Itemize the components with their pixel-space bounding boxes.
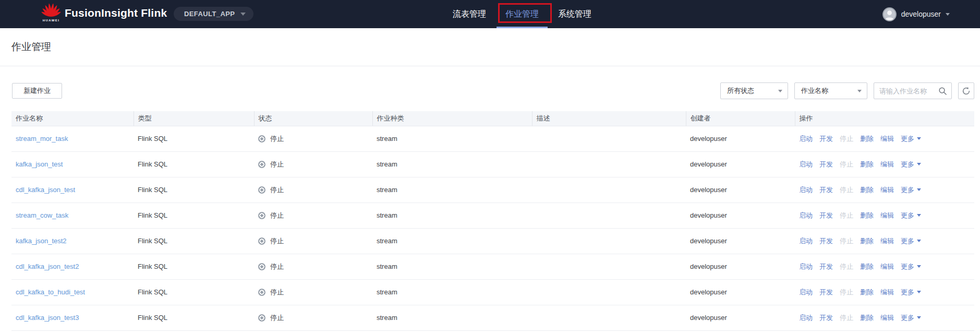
nav-item-system-mgmt[interactable]: 系统管理	[558, 0, 591, 28]
job-type: Flink SQL	[138, 135, 167, 142]
job-name-link[interactable]: stream_mor_task	[16, 135, 68, 142]
chevron-down-icon	[917, 188, 921, 191]
page-header: 作业管理	[0, 28, 980, 66]
edit-action[interactable]: 编辑	[880, 134, 894, 144]
more-action[interactable]: 更多	[901, 262, 921, 271]
job-creator: developuser	[690, 263, 727, 270]
edit-action[interactable]: 编辑	[880, 160, 894, 169]
develop-action[interactable]: 开发	[819, 313, 833, 323]
col-header-description: 描述	[532, 111, 686, 126]
more-action[interactable]: 更多	[901, 211, 921, 220]
delete-action[interactable]: 删除	[860, 236, 874, 246]
search-field-select[interactable]: 作业名称	[794, 82, 867, 99]
table-row: cdl_kafka_json_test3 Flink SQL 停止 stream…	[11, 305, 974, 330]
start-action[interactable]: 启动	[799, 211, 813, 220]
develop-action[interactable]: 开发	[819, 211, 833, 220]
develop-action[interactable]: 开发	[819, 185, 833, 195]
status-filter-select[interactable]: 所有状态	[720, 82, 788, 99]
filter-bar: 所有状态 作业名称	[720, 82, 974, 99]
develop-action[interactable]: 开发	[819, 134, 833, 144]
start-action[interactable]: 启动	[799, 288, 813, 297]
edit-action[interactable]: 编辑	[880, 211, 894, 220]
job-name-link[interactable]: kafka_json_test2	[16, 237, 67, 245]
job-type: Flink SQL	[138, 186, 167, 194]
delete-action[interactable]: 删除	[860, 134, 874, 144]
delete-action[interactable]: 删除	[860, 313, 874, 323]
delete-action[interactable]: 删除	[860, 288, 874, 297]
job-creator: developuser	[690, 211, 727, 219]
job-name-link[interactable]: cdl_kafka_json_test2	[16, 263, 79, 270]
job-type: Flink SQL	[138, 160, 167, 168]
status-label: 停止	[270, 211, 284, 220]
job-table-header: 作业名称 类型 状态 作业种类 描述 创建者 操作	[11, 111, 974, 126]
more-action-label: 更多	[901, 236, 914, 246]
delete-action[interactable]: 删除	[860, 185, 874, 195]
start-action[interactable]: 启动	[799, 160, 813, 169]
search-icon[interactable]	[938, 87, 947, 96]
more-action-label: 更多	[901, 313, 914, 323]
more-action[interactable]: 更多	[901, 288, 921, 297]
delete-action[interactable]: 删除	[860, 160, 874, 169]
start-action[interactable]: 启动	[799, 134, 813, 144]
start-action[interactable]: 启动	[799, 262, 813, 271]
job-kind: stream	[377, 186, 397, 194]
develop-action[interactable]: 开发	[819, 160, 833, 169]
edit-action[interactable]: 编辑	[880, 236, 894, 246]
edit-action[interactable]: 编辑	[880, 288, 894, 297]
job-kind: stream	[377, 288, 397, 296]
job-type: Flink SQL	[138, 314, 167, 322]
start-action[interactable]: 启动	[799, 185, 813, 195]
nav-item-label: 作业管理	[505, 9, 539, 18]
status-stopped-icon	[258, 289, 265, 296]
edit-action[interactable]: 编辑	[880, 185, 894, 195]
job-creator: developuser	[690, 237, 727, 245]
status-label: 停止	[270, 262, 284, 271]
job-name-link[interactable]: cdl_kafka_to_hudi_test	[16, 288, 85, 296]
more-action-label: 更多	[901, 185, 914, 195]
status-label: 停止	[270, 185, 284, 195]
delete-action[interactable]: 删除	[860, 262, 874, 271]
nav-item-stream-table-mgmt[interactable]: 流表管理	[453, 0, 486, 28]
develop-action[interactable]: 开发	[819, 262, 833, 271]
start-action[interactable]: 启动	[799, 313, 813, 323]
col-header-operations: 操作	[795, 111, 974, 126]
start-action[interactable]: 启动	[799, 236, 813, 246]
job-name-link[interactable]: stream_cow_task	[16, 211, 68, 219]
huawei-logo-icon	[41, 3, 61, 17]
table-row: cdl_kafka_to_hudi_test Flink SQL 停止 stre…	[11, 279, 974, 305]
job-name-link[interactable]: kafka_json_test	[16, 160, 63, 168]
more-action[interactable]: 更多	[901, 160, 921, 169]
status-stopped-icon	[258, 314, 265, 322]
chevron-down-icon	[917, 291, 921, 293]
app-selector-value: DEFAULT_APP	[184, 10, 235, 18]
stop-action: 停止	[840, 288, 853, 297]
job-table-body: stream_mor_task Flink SQL 停止 stream deve…	[11, 126, 974, 330]
job-search-input[interactable]	[879, 87, 938, 95]
more-action[interactable]: 更多	[901, 185, 921, 195]
main-nav: 流表管理 作业管理 系统管理	[453, 0, 591, 28]
job-name-link[interactable]: cdl_kafka_json_test3	[16, 314, 79, 322]
user-menu[interactable]: developuser	[882, 0, 950, 28]
develop-action[interactable]: 开发	[819, 236, 833, 246]
refresh-button[interactable]	[958, 82, 974, 99]
delete-action[interactable]: 删除	[860, 211, 874, 220]
job-creator: developuser	[690, 135, 727, 142]
table-row: kafka_json_test2 Flink SQL 停止 stream dev…	[11, 228, 974, 254]
job-kind: stream	[377, 263, 397, 270]
edit-action[interactable]: 编辑	[880, 262, 894, 271]
new-job-button[interactable]: 新建作业	[12, 83, 62, 99]
more-action[interactable]: 更多	[901, 313, 921, 323]
huawei-logo: HUAWEI	[40, 3, 63, 22]
status-stopped-icon	[258, 186, 265, 194]
edit-action[interactable]: 编辑	[880, 313, 894, 323]
stop-action: 停止	[840, 211, 853, 220]
more-action[interactable]: 更多	[901, 134, 921, 144]
more-action[interactable]: 更多	[901, 236, 921, 246]
nav-item-job-mgmt[interactable]: 作业管理	[505, 0, 539, 28]
col-header-job-name: 作业名称	[11, 111, 134, 126]
app-selector-dropdown[interactable]: DEFAULT_APP	[174, 7, 253, 21]
stop-action: 停止	[840, 236, 853, 246]
develop-action[interactable]: 开发	[819, 288, 833, 297]
status-label: 停止	[270, 134, 284, 144]
job-name-link[interactable]: cdl_kafka_json_test	[16, 186, 75, 194]
